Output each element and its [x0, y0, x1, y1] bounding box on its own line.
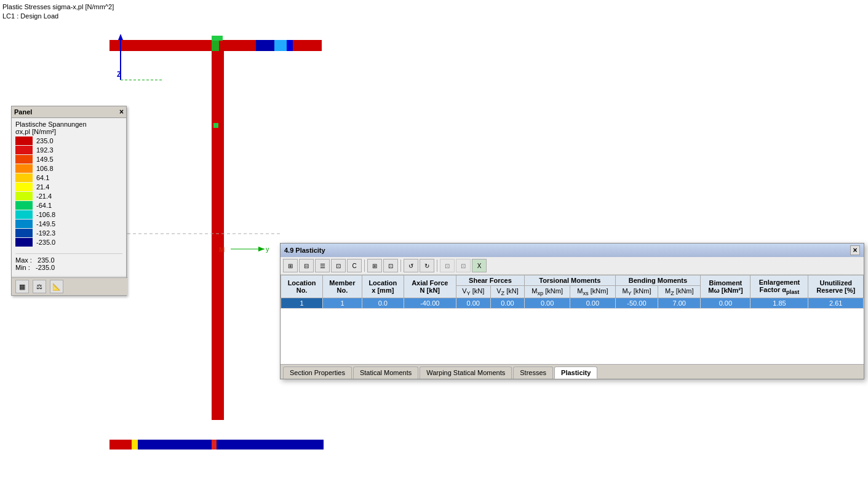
- column-main: [212, 51, 224, 420]
- legend-value: -149.5: [36, 220, 55, 228]
- beam-top-blue: [256, 40, 274, 51]
- stress-label: Plastic Stresses sigma-x,pl [N/mm^2]: [2, 2, 114, 12]
- tab-bar: Section PropertiesStatical MomentsWarpin…: [281, 364, 864, 379]
- legend-color-swatch: [15, 146, 33, 154]
- legend-item: -149.5: [15, 220, 122, 228]
- toolbar-btn-9[interactable]: ⊡: [456, 259, 471, 272]
- table-container: LocationNo. MemberNo. Locationx [mm] Axi…: [281, 275, 864, 364]
- beam-top-ltblue: [274, 40, 287, 51]
- col-l-header: UnutilizedReserve [%]: [808, 275, 864, 298]
- legend-value: -106.8: [36, 211, 55, 218]
- col-k-header: EnlargementFactor αplast: [751, 275, 808, 298]
- tab-statical-moments[interactable]: Statical Moments: [353, 366, 418, 379]
- beam-bottom-blue: [109, 440, 324, 449]
- beam-top-green: [212, 40, 219, 51]
- legend-item: -21.4: [15, 192, 122, 200]
- toolbar: ⊞ ⊟ ☰ ⊡ C ⊞ ⊡ ↺ ↻ ⊡ ⊡ X: [281, 257, 864, 275]
- bottom-icon-2[interactable]: ⚖: [33, 280, 46, 293]
- data-table: LocationNo. MemberNo. Locationx [mm] Axi…: [281, 275, 864, 309]
- toolbar-btn-2[interactable]: ⊟: [299, 259, 314, 272]
- plasticity-window: 4.9 Plasticity × ⊞ ⊟ ☰ ⊡ C ⊞ ⊡ ↺ ↻ ⊡ ⊡ X…: [280, 243, 864, 379]
- beam-top-red: [219, 40, 256, 51]
- legend-color-swatch: [15, 192, 33, 200]
- legend-item: 149.5: [15, 155, 122, 164]
- toolbar-btn-8[interactable]: ⊡: [440, 259, 455, 272]
- legend-item: -235.0: [15, 238, 122, 247]
- top-green-patch: [212, 36, 223, 41]
- col-e-header: Shear Forces: [456, 275, 524, 286]
- legend-value: 64.1: [36, 174, 49, 181]
- beam-bottom-red-mid: [212, 440, 217, 449]
- cell-location-no: 1: [281, 298, 323, 309]
- beam-top-dkblue: [287, 40, 293, 51]
- col-mxp-header: Mxp [kNm]: [525, 286, 570, 298]
- toolbar-btn-4[interactable]: ⊡: [331, 259, 346, 272]
- legend-panel: Panel × Plastische Spannungen σx,pl [N/m…: [11, 106, 127, 296]
- y-axis-label: y: [266, 245, 269, 253]
- legend-item: 64.1: [15, 173, 122, 182]
- toolbar-excel-btn[interactable]: X: [472, 259, 487, 272]
- legend-color-swatch: [15, 201, 33, 210]
- legend-color-swatch: [15, 183, 33, 191]
- table-body: 1 1 0.0 -40.00 0.00 0.00 0.00 0.00 -50.0…: [281, 298, 864, 309]
- beam-top-left: [109, 40, 322, 51]
- legend-value: -64.1: [36, 202, 52, 209]
- panel-stats: Max : 235.0 Min : -235.0: [15, 253, 122, 271]
- bottom-icon-3[interactable]: 📐: [50, 280, 63, 293]
- tab-section-properties[interactable]: Section Properties: [283, 366, 352, 379]
- toolbar-separator-1: [364, 259, 365, 272]
- cell-mz: 7.00: [658, 298, 701, 309]
- legend-value: -192.3: [36, 229, 55, 237]
- toolbar-btn-7[interactable]: ⊡: [383, 259, 398, 272]
- col-a-header: LocationNo.: [281, 275, 323, 298]
- legend-color-swatch: [15, 155, 33, 164]
- window-close-button[interactable]: ×: [850, 245, 860, 255]
- cell-location-x: 0.0: [362, 298, 404, 309]
- legend-color-swatch: [15, 220, 33, 228]
- panel-close-button[interactable]: ×: [119, 108, 124, 116]
- toolbar-btn-1[interactable]: ⊞: [283, 259, 298, 272]
- toolbar-undo-btn[interactable]: ↺: [404, 259, 418, 272]
- legend-color-swatch: [15, 164, 33, 173]
- col-h-header: Bending Moments: [615, 275, 701, 286]
- legend-color-swatch: [15, 173, 33, 182]
- tab-warping-statical-moments[interactable]: Warping Statical Moments: [420, 366, 512, 379]
- panel-body: Plastische Spannungen σx,pl [N/mm²] 235.…: [12, 118, 126, 274]
- cell-bimoment: 0.00: [701, 298, 751, 309]
- col-vz-header: VZ [kN]: [490, 286, 524, 298]
- tab-plasticity[interactable]: Plasticity: [554, 366, 597, 379]
- legend-item: 106.8: [15, 164, 122, 173]
- col-mxs-header: Mxs [kNm]: [570, 286, 615, 298]
- col-my-header: MY [kNm]: [615, 286, 658, 298]
- cell-unutilized: 2.61: [808, 298, 864, 309]
- legend-value: -235.0: [36, 239, 55, 246]
- window-titlebar: 4.9 Plasticity ×: [281, 244, 864, 257]
- y-arrow: [258, 247, 265, 251]
- tab-stresses[interactable]: Stresses: [513, 366, 553, 379]
- legend-value: 235.0: [36, 137, 54, 145]
- z-axis-arrow: [118, 34, 123, 40]
- legend-color-swatch: [15, 137, 33, 145]
- table-empty-space: [281, 309, 864, 364]
- bottom-icon-1[interactable]: ▦: [15, 280, 29, 293]
- cell-mxp: 0.00: [525, 298, 570, 309]
- table-header-row-1: LocationNo. MemberNo. Locationx [mm] Axi…: [281, 275, 864, 286]
- legend-item: 21.4: [15, 183, 122, 191]
- col-f-header: Torsional Moments: [525, 275, 616, 286]
- col-vy-header: VY [kN]: [456, 286, 490, 298]
- toolbar-redo-btn[interactable]: ↻: [420, 259, 434, 272]
- legend-value: -21.4: [36, 192, 52, 200]
- legend-value: 21.4: [36, 183, 49, 191]
- cell-axial-force: -40.00: [404, 298, 456, 309]
- legend-value: 106.8: [36, 165, 54, 172]
- legend-color-swatch: [15, 210, 33, 219]
- legend-item: -192.3: [15, 229, 122, 237]
- legend-item: -64.1: [15, 201, 122, 210]
- cell-my: -50.00: [615, 298, 658, 309]
- panel-bottom-toolbar: ▦ ⚖ 📐: [12, 277, 127, 295]
- toolbar-btn-5[interactable]: C: [347, 259, 362, 272]
- toolbar-btn-3[interactable]: ☰: [315, 259, 330, 272]
- table-row[interactable]: 1 1 0.0 -40.00 0.00 0.00 0.00 0.00 -50.0…: [281, 298, 864, 309]
- toolbar-btn-6[interactable]: ⊞: [367, 259, 382, 272]
- top-label: Plastic Stresses sigma-x,pl [N/mm^2] LC1…: [2, 2, 114, 22]
